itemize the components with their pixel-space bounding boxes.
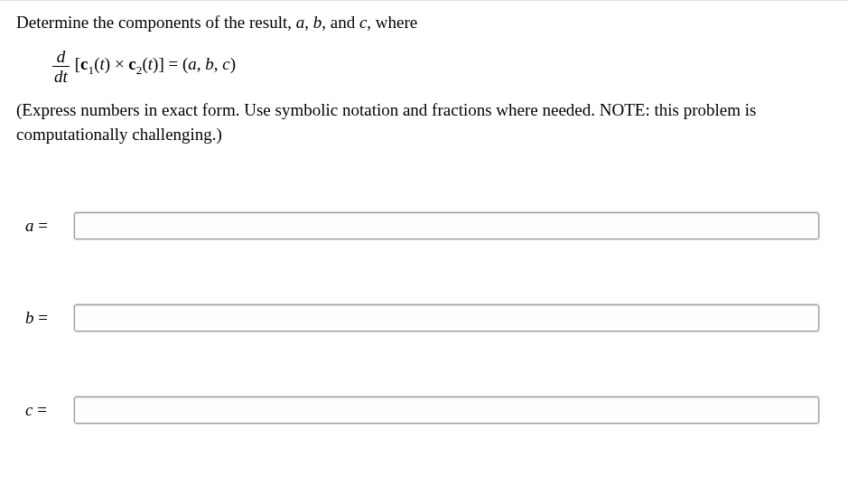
fraction-num: d: [55, 48, 68, 66]
prompt-text-pre: Determine the components of the result,: [16, 13, 296, 32]
question-page: Determine the components of the result, …: [0, 0, 848, 504]
label-a: a =: [25, 216, 60, 236]
answer-row-c: c =: [25, 397, 819, 424]
prompt-sep2: , and: [321, 13, 359, 32]
answer-row-b: b =: [25, 304, 819, 331]
question-note: (Express numbers in exact form. Use symb…: [16, 98, 832, 147]
equation-body: [c1(t) × c2(t)] = (a, b, c): [75, 54, 236, 78]
input-a[interactable]: [74, 212, 819, 239]
question-prompt: Determine the components of the result, …: [16, 10, 832, 35]
var-b: b: [313, 13, 322, 32]
answer-row-a: a =: [25, 212, 819, 239]
fraction-d-dt: d dt: [52, 48, 70, 85]
equation: d dt [c1(t) × c2(t)] = (a, b, c): [52, 48, 832, 85]
answers-block: a = b = c =: [16, 212, 832, 424]
prompt-sep1: ,: [304, 13, 313, 32]
input-c[interactable]: [74, 397, 819, 424]
var-a: a: [296, 13, 305, 32]
input-b[interactable]: [74, 304, 819, 331]
prompt-text-post: , where: [367, 13, 417, 32]
label-c: c =: [25, 400, 60, 420]
fraction-den: dt: [52, 66, 70, 85]
label-b: b =: [25, 308, 60, 328]
